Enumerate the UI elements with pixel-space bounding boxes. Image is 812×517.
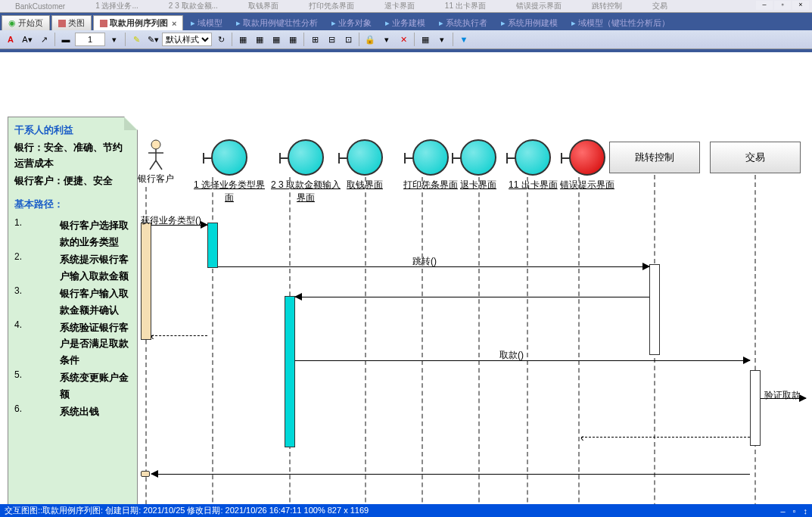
lifeline-dash <box>365 177 366 504</box>
lifeline-dash <box>527 177 528 504</box>
message-return-dashed[interactable]: ‹ <box>151 335 207 336</box>
win-max[interactable]: ▫ <box>774 1 791 10</box>
message-line[interactable] <box>151 474 750 475</box>
draw-button[interactable]: ✎▾ <box>145 32 160 47</box>
activation-l2[interactable] <box>285 296 295 447</box>
message-return-dashed[interactable]: ‹ <box>581 437 750 438</box>
tab-item[interactable]: ▸业务建模 <box>379 15 431 30</box>
svg-line-3 <box>150 160 156 170</box>
chevron-down-icon[interactable]: ▾ <box>107 32 122 47</box>
tab-item[interactable]: ▸业务对象 <box>325 15 378 30</box>
message-line[interactable] <box>151 225 207 226</box>
top-tab[interactable]: 1 选择业务... <box>80 1 154 11</box>
status-bar: 交互图图::取款用例序列图: 创建日期: 2021/10/25 修改日期: 20… <box>0 504 812 517</box>
top-tab[interactable]: 打印凭条界面 <box>294 1 369 11</box>
lifeline-transaction[interactable]: 交易 <box>710 142 801 173</box>
tab-item[interactable]: ▸域模型 <box>185 15 229 30</box>
message-line[interactable] <box>761 398 806 399</box>
font-color-button[interactable]: A <box>3 32 18 47</box>
top-tab[interactable]: 跳转控制 <box>577 1 637 11</box>
align-button[interactable]: ▦ <box>269 32 284 47</box>
align-button[interactable]: ▦ <box>252 32 267 47</box>
top-tab[interactable]: 交易 <box>637 1 683 11</box>
close-icon[interactable]: × <box>172 19 176 28</box>
status-control[interactable]: – <box>780 506 785 515</box>
tool-arrow[interactable]: ↗ <box>36 32 51 47</box>
settings-button[interactable]: ▾ <box>379 32 394 47</box>
lifeline-amount-input[interactable]: 2 3 取款金额输入界面 <box>271 139 341 204</box>
diagram-canvas[interactable]: 干系人的利益 银行：安全、准确、节约运营成本 银行客户：便捷、安全 基本路径： … <box>0 49 812 504</box>
win-close[interactable]: × <box>792 1 809 10</box>
more-button[interactable]: ▾ <box>434 32 450 47</box>
message-line[interactable] <box>295 360 750 361</box>
lifeline-dash <box>754 175 756 504</box>
font-size-button[interactable]: A▾ <box>20 32 35 47</box>
tab-item[interactable]: ▸取款用例键壮性分析 <box>230 15 324 30</box>
lifeline-exit-card[interactable]: 11 出卡界面 <box>509 139 558 192</box>
note-steps-title: 基本路径： <box>14 198 131 211</box>
lifeline-dash <box>578 177 580 504</box>
msg-verify: 验证取款 <box>764 389 801 402</box>
return-terminator <box>141 471 150 477</box>
align-button[interactable]: ▦ <box>285 32 300 47</box>
tab-sequence-active[interactable]: 取款用例序列图× <box>93 15 183 30</box>
tab-item[interactable]: ▸域模型（键壮性分析后） <box>565 15 676 30</box>
toolbar: A A▾ ↗ ▬ ▾ ✎ ✎▾ 默认样式 ↻ ▦ ▦ ▦ ▦ ⊞ ⊟ ⊡ 🔒 ▾… <box>0 30 812 49</box>
actor-label: 银行客户 <box>138 173 174 185</box>
distribute-button[interactable]: ⊡ <box>341 32 356 47</box>
note-line: 银行：安全、准确、节约运营成本 <box>14 140 131 172</box>
win-min[interactable]: – <box>756 1 773 10</box>
lifeline-dash <box>422 177 423 504</box>
filter-button[interactable]: ▼ <box>456 32 471 47</box>
tab-class[interactable]: 类图 <box>51 15 92 30</box>
lifeline-dash <box>478 177 480 504</box>
ungroup-button[interactable]: ⊟ <box>324 32 339 47</box>
tab-item[interactable]: ▸系统用例建模 <box>495 15 564 30</box>
diagram-icon <box>100 20 107 27</box>
top-tab[interactable]: 退卡界面 <box>369 1 430 11</box>
apply-button[interactable]: ↻ <box>213 32 229 47</box>
document-tabs: ◉开始页 类图 取款用例序列图× ▸域模型 ▸取款用例键壮性分析 ▸业务对象 ▸… <box>0 13 812 30</box>
status-control[interactable]: ↕ <box>804 506 808 515</box>
status-text: 交互图图::取款用例序列图: 创建日期: 2021/10/25 修改日期: 20… <box>5 505 369 516</box>
highlight-button[interactable]: ✎ <box>129 32 144 47</box>
top-tab[interactable]: 11 出卡界面 <box>430 1 501 11</box>
actor-icon <box>148 139 164 171</box>
top-tab[interactable]: 2 3 取款金额... <box>154 1 233 11</box>
svg-line-4 <box>156 160 162 170</box>
activation-l1[interactable] <box>207 223 218 268</box>
activation-r1[interactable] <box>649 264 660 355</box>
activation-r2[interactable] <box>750 370 761 446</box>
top-tab[interactable]: 取钱界面 <box>233 1 294 11</box>
tab-start[interactable]: ◉开始页 <box>2 15 50 30</box>
tab-item[interactable]: ▸系统执行者 <box>433 15 493 30</box>
delete-button[interactable]: ✕ <box>396 32 411 47</box>
top-tab[interactable]: 错误提示界面 <box>501 1 577 11</box>
lifeline-business-type[interactable]: 1 选择业务类型界面 <box>194 139 265 204</box>
line-style-button[interactable]: ▬ <box>58 32 73 47</box>
stroke-width-input[interactable] <box>75 33 105 46</box>
message-return[interactable] <box>295 297 649 297</box>
diagram-icon <box>58 20 66 27</box>
note-line: 银行客户：便捷、安全 <box>14 173 131 189</box>
lock-button[interactable]: 🔒 <box>362 32 378 47</box>
status-control[interactable]: ▫ <box>793 506 796 515</box>
note-stakeholder[interactable]: 干系人的利益 银行：安全、准确、节约运营成本 银行客户：便捷、安全 基本路径： … <box>8 117 138 504</box>
lifeline-print[interactable]: 打印凭条界面 <box>403 139 458 192</box>
activation-actor[interactable] <box>141 223 151 340</box>
breadcrumb-tabs: BankCustomer 1 选择业务... 2 3 取款金额... 取钱界面 … <box>0 0 812 13</box>
actor-bank-customer[interactable]: 银行客户 <box>138 139 174 185</box>
align-button[interactable]: ▦ <box>235 32 250 47</box>
lifeline-jump-control[interactable]: 跳转控制 <box>609 142 700 173</box>
top-tab[interactable]: BankCustomer <box>0 2 80 11</box>
group-button[interactable]: ⊞ <box>307 32 322 47</box>
grid-button[interactable]: ▦ <box>418 32 433 47</box>
message-line[interactable] <box>218 266 649 267</box>
style-select[interactable]: 默认样式 <box>162 33 212 46</box>
svg-point-0 <box>151 140 160 149</box>
note-title: 干系人的利益 <box>14 123 131 137</box>
lifeline-error[interactable]: 错误提示界面 <box>560 139 614 192</box>
